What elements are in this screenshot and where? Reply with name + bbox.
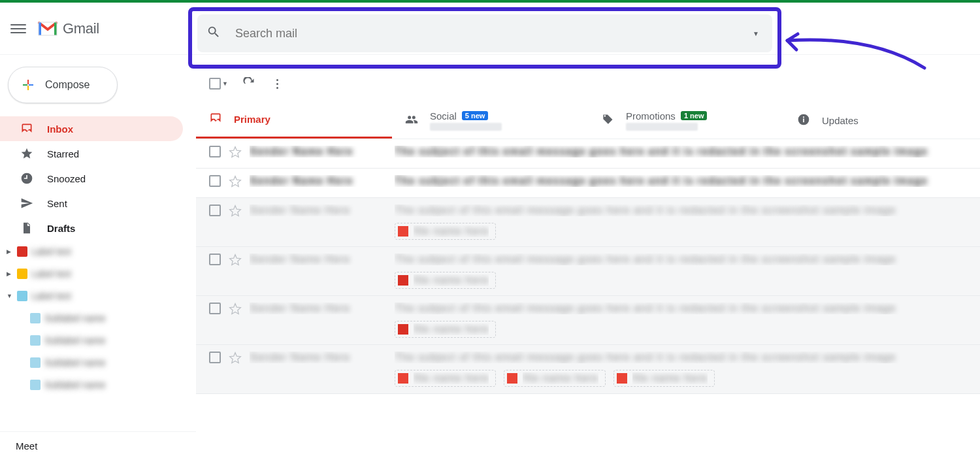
star-button[interactable] <box>229 175 242 191</box>
star-button[interactable] <box>229 254 242 269</box>
nav-item-snoozed[interactable]: Snoozed <box>0 166 183 191</box>
tab-badge: 5 new <box>462 111 489 120</box>
nav-item-sent[interactable]: Sent <box>0 191 183 216</box>
label-folder[interactable]: Sublabel name <box>0 352 196 374</box>
attachment-chip[interactable]: file name here <box>395 321 496 338</box>
subject: The subject of this email message goes h… <box>395 352 967 363</box>
row-checkbox[interactable] <box>209 303 221 314</box>
tab-promotions[interactable]: Promotions1 new <box>588 102 784 139</box>
label-name: Sublabel name <box>44 357 105 368</box>
plus-icon <box>20 77 36 93</box>
label-folder[interactable]: Sublabel name <box>0 329 196 352</box>
attachment-name: file name here <box>414 372 489 384</box>
row-checkbox[interactable] <box>209 254 221 265</box>
svg-rect-1 <box>54 22 57 35</box>
label-color-swatch <box>30 335 41 346</box>
tab-label: Promotions <box>626 110 676 122</box>
expand-icon[interactable]: ▼ <box>7 293 13 299</box>
attachment-chip[interactable]: file name here <box>395 370 496 387</box>
sender: Sender Name Here <box>250 175 387 187</box>
star-button[interactable] <box>229 352 242 367</box>
label-color-swatch <box>17 246 27 257</box>
search-options-dropdown[interactable]: ▼ <box>749 26 763 41</box>
label-folder[interactable]: ▶Label text <box>0 263 196 285</box>
label-name: Sublabel name <box>44 380 105 390</box>
star-button[interactable] <box>229 146 242 161</box>
label-folder[interactable]: ▼Label text <box>0 285 196 307</box>
attachment-chip[interactable]: file name here <box>395 223 496 240</box>
attachment-icon <box>617 373 627 384</box>
subject: The subject of this email message goes h… <box>395 254 967 265</box>
expand-icon[interactable]: ▶ <box>7 271 13 277</box>
nav-item-starred[interactable]: Starred <box>0 141 183 166</box>
nav-label: Drafts <box>47 223 75 234</box>
nav-label: Sent <box>47 198 67 209</box>
nav-item-drafts[interactable]: Drafts <box>0 216 183 240</box>
sender: Sender Name Here <box>250 205 387 216</box>
tab-primary[interactable]: Primary <box>196 102 392 139</box>
attachment-chip[interactable]: file name here <box>504 370 605 387</box>
attachment-chips: file name herefile name herefile name he… <box>395 370 967 387</box>
email-row[interactable]: Sender Name Here The subject of this ema… <box>196 198 980 247</box>
search-icon[interactable] <box>206 25 221 42</box>
row-checkbox[interactable] <box>209 205 221 216</box>
gmail-icon <box>38 22 57 36</box>
subject: The subject of this email message goes h… <box>395 205 967 216</box>
star-button[interactable] <box>229 205 242 220</box>
row-checkbox[interactable] <box>209 175 221 187</box>
nav-item-inbox[interactable]: Inbox <box>0 116 183 141</box>
email-row[interactable]: Sender Name Here The subject of this ema… <box>196 247 980 296</box>
sender: Sender Name Here <box>250 352 387 363</box>
label-name: Label text <box>31 269 71 279</box>
attachment-icon <box>398 275 408 286</box>
row-checkbox[interactable] <box>209 146 221 157</box>
attachment-chips: file name here <box>395 223 967 240</box>
tab-label: Updates <box>822 115 858 126</box>
nav-label: Starred <box>47 148 79 159</box>
file-icon <box>20 221 34 235</box>
tab-social[interactable]: Social5 new <box>392 102 588 139</box>
more-options-button[interactable] <box>270 76 286 91</box>
sender: Sender Name Here <box>250 146 387 157</box>
label-name: Sublabel name <box>44 335 105 346</box>
clock-icon <box>20 171 34 186</box>
email-row[interactable]: Sender Name Here The subject of this ema… <box>196 296 980 345</box>
sender: Sender Name Here <box>250 254 387 265</box>
label-folder[interactable]: ▶Label text <box>0 240 196 263</box>
tab-subtext <box>626 123 698 131</box>
tab-subtext <box>430 123 502 131</box>
compose-label: Compose <box>45 79 90 91</box>
attachment-icon <box>507 373 517 384</box>
row-checkbox[interactable] <box>209 352 221 363</box>
tab-badge: 1 new <box>681 111 708 120</box>
refresh-button[interactable] <box>241 76 257 91</box>
label-folder[interactable]: Sublabel name <box>0 374 196 396</box>
search-input[interactable] <box>235 27 749 41</box>
label-folder[interactable]: Sublabel name <box>0 307 196 329</box>
expand-icon[interactable]: ▶ <box>7 248 13 255</box>
star-button[interactable] <box>229 303 242 318</box>
svg-rect-0 <box>39 22 41 35</box>
email-row[interactable]: Sender Name Here The subject of this ema… <box>196 345 980 394</box>
star-icon <box>20 146 34 161</box>
email-row[interactable]: Sender Name Here The subject of this ema… <box>196 139 980 169</box>
main-menu-button[interactable] <box>10 21 26 37</box>
inbox-icon <box>20 122 34 136</box>
compose-button[interactable]: Compose <box>8 67 118 103</box>
attachment-chip[interactable]: file name here <box>395 272 496 289</box>
tab-updates[interactable]: Updates <box>784 102 980 139</box>
attachment-icon <box>398 324 408 335</box>
attachment-icon <box>398 226 408 237</box>
select-all-checkbox[interactable]: ▼ <box>209 78 228 90</box>
email-list: Sender Name Here The subject of this ema… <box>196 139 980 460</box>
attachment-chip[interactable]: file name here <box>613 370 715 387</box>
search-bar[interactable]: ▼ <box>197 14 772 52</box>
label-name: Sublabel name <box>44 313 105 323</box>
promotions-icon <box>601 113 614 128</box>
subject: The subject of this email message goes h… <box>395 146 967 157</box>
sidebar: Compose InboxStarredSnoozedSentDrafts ▶L… <box>0 55 196 460</box>
send-icon <box>20 196 34 210</box>
gmail-logo[interactable]: Gmail <box>38 20 99 37</box>
meet-section-header[interactable]: Meet <box>0 431 196 460</box>
email-row[interactable]: Sender Name Here The subject of this ema… <box>196 169 980 198</box>
